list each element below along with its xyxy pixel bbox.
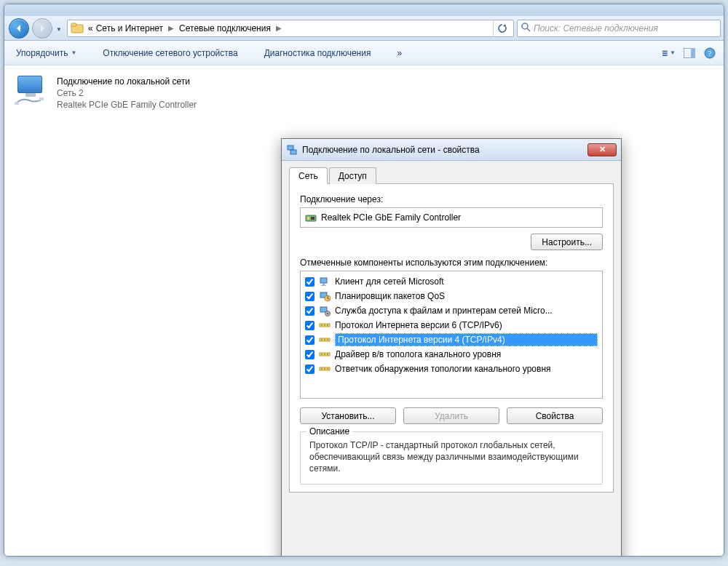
arrow-left-icon <box>15 24 23 33</box>
component-icon <box>319 276 331 287</box>
back-button[interactable] <box>9 18 29 39</box>
svg-rect-32 <box>324 339 325 340</box>
svg-rect-8 <box>691 48 695 58</box>
svg-rect-19 <box>323 284 325 285</box>
component-row[interactable]: Ответчик обнаружения топологии канальног… <box>304 362 599 376</box>
content-area: Подключение по локальной сети Сеть 2 Rea… <box>4 65 724 556</box>
svg-rect-18 <box>320 278 327 283</box>
component-icon <box>319 334 331 346</box>
properties-button[interactable]: Свойства <box>507 407 603 424</box>
breadcrumb[interactable]: « Сеть и Интернет ▶ Сетевые подключения … <box>67 20 514 37</box>
svg-rect-6 <box>662 55 668 56</box>
disable-label: Отключение сетевого устройства <box>103 48 237 58</box>
svg-rect-41 <box>327 368 328 370</box>
diagnose-label: Диагностика подключения <box>264 48 371 58</box>
components-label: Отмеченные компоненты используются этим … <box>300 258 603 268</box>
component-checkbox[interactable] <box>305 306 314 316</box>
component-icon <box>319 348 331 360</box>
svg-rect-29 <box>327 324 328 326</box>
organize-label: Упорядочить <box>16 48 68 58</box>
component-label: Ответчик обнаружения топологии канальног… <box>335 364 598 374</box>
nav-history-dropdown[interactable]: ▼ <box>54 24 64 33</box>
component-label: Протокол Интернета версии 6 (TCP/IPv6) <box>335 320 598 330</box>
component-checkbox[interactable] <box>305 364 314 374</box>
search-input[interactable]: Поиск: Сетевые подключения <box>517 20 721 37</box>
refresh-button[interactable] <box>493 20 510 37</box>
tab-network[interactable]: Сеть <box>289 167 328 184</box>
overflow-label: » <box>397 48 402 58</box>
component-checkbox[interactable] <box>305 321 314 330</box>
close-button[interactable]: ✕ <box>587 143 617 156</box>
chevron-down-icon: ▼ <box>71 49 76 56</box>
svg-rect-14 <box>290 150 296 154</box>
component-row[interactable]: Клиент для сетей Microsoft <box>304 274 599 289</box>
component-row[interactable]: Служба доступа к файлам и принтерам сете… <box>304 303 599 318</box>
svg-text:?: ? <box>708 49 712 57</box>
component-label: Клиент для сетей Microsoft <box>335 276 598 287</box>
component-icon <box>319 305 331 316</box>
svg-point-2 <box>522 23 528 29</box>
toolbar: Упорядочить ▼ Отключение сетевого устрой… <box>4 41 724 65</box>
dialog-titlebar[interactable]: Подключение по локальной сети - свойства… <box>282 139 621 161</box>
help-button[interactable]: ? <box>703 47 716 60</box>
chevron-right-icon[interactable]: ▶ <box>165 24 178 32</box>
connection-title: Подключение по локальной сети <box>57 76 197 87</box>
svg-rect-5 <box>662 52 668 54</box>
breadcrumb-item[interactable]: Сеть и Интернет <box>95 22 165 35</box>
connection-adapter: Realtek PCIe GbE Family Controller <box>57 99 197 111</box>
component-checkbox[interactable] <box>305 335 314 345</box>
component-label: Протокол Интернета версии 4 (TCP/IPv4) <box>335 333 598 346</box>
breadcrumb-prefix: « <box>87 22 95 35</box>
svg-rect-31 <box>321 339 323 340</box>
component-icon <box>319 290 331 302</box>
breadcrumb-item[interactable]: Сетевые подключения <box>178 22 272 35</box>
component-row[interactable]: Протокол Интернета версии 4 (TCP/IPv4) <box>304 332 599 347</box>
adapter-icon <box>305 212 317 223</box>
svg-rect-12 <box>39 97 44 100</box>
component-icon <box>319 363 331 375</box>
search-icon <box>521 22 531 34</box>
toolbar-overflow[interactable]: » <box>392 45 406 61</box>
arrow-right-icon <box>38 24 47 33</box>
preview-pane-button[interactable] <box>683 47 696 60</box>
explorer-window: ▼ « Сеть и Интернет ▶ Сетевые подключени… <box>4 4 724 557</box>
install-button[interactable]: Установить... <box>300 407 396 424</box>
component-label: Драйвер в/в тополога канального уровня <box>335 349 598 359</box>
properties-dialog: Подключение по локальной сети - свойства… <box>281 138 622 557</box>
configure-button[interactable]: Настроить... <box>531 234 603 250</box>
components-list[interactable]: Клиент для сетей MicrosoftПланировщик па… <box>300 271 603 399</box>
tab-panel-network: Подключение через: Realtek PCIe GbE Fami… <box>289 184 614 493</box>
address-bar: ▼ « Сеть и Интернет ▶ Сетевые подключени… <box>4 16 724 41</box>
component-row[interactable]: Протокол Интернета версии 6 (TCP/IPv6) <box>304 318 599 332</box>
network-connection-item[interactable]: Подключение по локальной сети Сеть 2 Rea… <box>12 73 245 114</box>
tab-sharing[interactable]: Доступ <box>329 167 376 184</box>
svg-rect-39 <box>321 368 323 370</box>
help-icon: ? <box>704 47 716 59</box>
adapter-name: Realtek PCIe GbE Family Controller <box>321 212 461 223</box>
svg-rect-1 <box>71 23 76 26</box>
view-options-button[interactable]: ▼ <box>662 47 676 60</box>
component-checkbox[interactable] <box>305 277 314 287</box>
svg-rect-13 <box>288 146 293 150</box>
component-checkbox[interactable] <box>305 350 314 359</box>
network-adapter-icon <box>15 76 50 105</box>
component-row[interactable]: Планировщик пакетов QoS <box>304 289 599 303</box>
dialog-title: Подключение по локальной сети - свойства <box>302 145 583 155</box>
forward-button[interactable] <box>32 18 52 39</box>
organize-menu[interactable]: Упорядочить ▼ <box>12 45 81 61</box>
component-row[interactable]: Драйвер в/в тополога канального уровня <box>304 347 599 362</box>
svg-rect-36 <box>324 354 325 355</box>
chevron-right-icon[interactable]: ▶ <box>272 24 285 32</box>
network-icon <box>286 144 298 156</box>
svg-rect-16 <box>307 217 309 220</box>
adapter-display: Realtek PCIe GbE Family Controller <box>300 207 603 228</box>
description-title: Описание <box>306 426 352 437</box>
window-titlebar[interactable] <box>4 4 724 16</box>
close-icon: ✕ <box>599 145 606 154</box>
diagnose-button[interactable]: Диагностика подключения <box>260 45 376 61</box>
component-checkbox[interactable] <box>305 292 314 301</box>
uninstall-button[interactable]: Удалить <box>403 407 499 424</box>
preview-pane-icon <box>684 48 695 58</box>
disable-device-button[interactable]: Отключение сетевого устройства <box>98 45 242 61</box>
description-text: Протокол TCP/IP - стандартный протокол г… <box>309 439 593 475</box>
